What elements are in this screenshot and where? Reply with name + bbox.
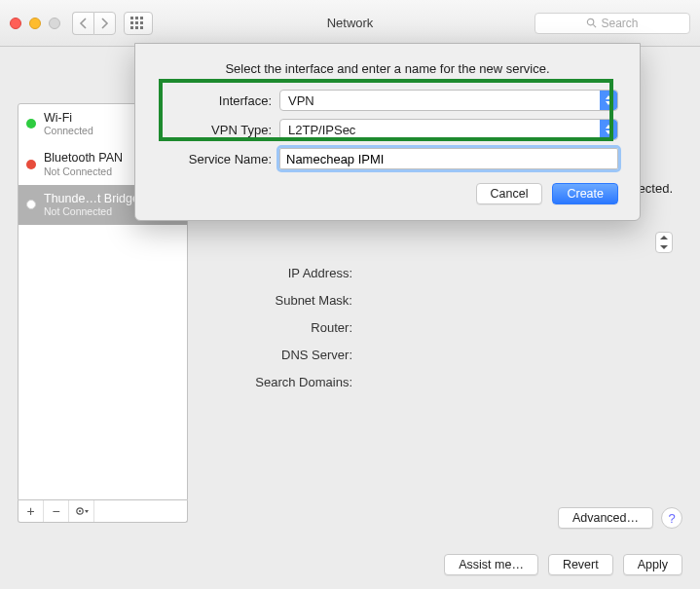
interface-popup[interactable]: VPN xyxy=(279,90,618,111)
svg-rect-0 xyxy=(130,17,133,19)
service-name-input[interactable] xyxy=(279,148,618,169)
vpn-type-value: L2TP/IPSec xyxy=(288,123,355,137)
zoom-window-button[interactable] xyxy=(49,18,60,29)
window-controls xyxy=(10,18,60,29)
interface-value: VPN xyxy=(288,93,314,108)
cancel-button[interactable]: Cancel xyxy=(476,183,543,204)
svg-line-10 xyxy=(594,24,597,27)
service-options-button[interactable] xyxy=(69,500,94,522)
forward-button[interactable] xyxy=(93,12,116,35)
sidebar-item-name: Thunde…t Bridge xyxy=(44,192,139,205)
sheet-title: Select the interface and enter a name fo… xyxy=(157,61,618,76)
svg-rect-6 xyxy=(130,26,133,29)
sheet-buttons: Cancel Create xyxy=(157,183,618,204)
advanced-button[interactable]: Advanced… xyxy=(558,507,653,529)
label-vpn-type: VPN Type: xyxy=(157,123,272,137)
sidebar-item-status: Connected xyxy=(44,125,93,136)
row-ip-address: IP Address: xyxy=(202,259,682,286)
new-service-sheet: Select the interface and enter a name fo… xyxy=(134,43,641,221)
sidebar-item-name: Bluetooth PAN xyxy=(44,151,123,165)
minimize-window-button[interactable] xyxy=(29,18,41,29)
label-service-name: Service Name: xyxy=(157,152,272,166)
row-search-domains: Search Domains: xyxy=(202,368,682,395)
svg-point-9 xyxy=(588,18,594,24)
row-dns-server: DNS Server: xyxy=(202,341,682,368)
row-interface: Interface: VPN xyxy=(157,90,618,111)
chevron-right-icon xyxy=(100,18,109,29)
sidebar-footer: + − xyxy=(18,500,188,523)
status-dot-icon xyxy=(26,119,36,129)
stepper[interactable] xyxy=(655,232,673,253)
label-ip-address: IP Address: xyxy=(202,266,352,280)
svg-rect-3 xyxy=(130,21,133,24)
apply-button[interactable]: Apply xyxy=(623,554,682,575)
row-vpn-type: VPN Type: L2TP/IPSec xyxy=(157,119,618,140)
sidebar-item-status: Not Connected xyxy=(44,166,123,177)
label-interface: Interface: xyxy=(157,93,272,108)
svg-rect-7 xyxy=(135,26,138,29)
chevron-updown-icon xyxy=(600,120,617,139)
remove-service-button[interactable]: − xyxy=(44,500,69,522)
show-all-button[interactable] xyxy=(124,12,153,35)
svg-rect-1 xyxy=(135,17,138,19)
footer: Assist me… Revert Apply xyxy=(0,540,700,589)
search-input[interactable]: Search xyxy=(534,13,690,34)
gear-icon xyxy=(74,505,90,517)
back-button[interactable] xyxy=(72,12,93,35)
svg-rect-2 xyxy=(140,17,143,19)
advanced-row: Advanced… ? xyxy=(558,507,682,529)
chevron-left-icon xyxy=(79,18,88,29)
label-search-domains: Search Domains: xyxy=(202,375,352,389)
label-subnet-mask: Subnet Mask: xyxy=(202,293,352,308)
location-stepper-wrap xyxy=(655,232,673,253)
row-service-name: Service Name: xyxy=(157,148,618,169)
close-window-button[interactable] xyxy=(10,18,21,29)
label-dns-server: DNS Server: xyxy=(202,348,352,362)
property-rows: IP Address: Subnet Mask: Router: DNS Ser… xyxy=(202,259,682,395)
vpn-type-popup[interactable]: L2TP/IPSec xyxy=(279,119,618,140)
create-button[interactable]: Create xyxy=(552,183,618,204)
help-button[interactable]: ? xyxy=(661,507,682,529)
svg-point-12 xyxy=(78,510,80,512)
status-dot-icon xyxy=(26,200,36,209)
toolbar: Network Search xyxy=(0,0,700,47)
add-service-button[interactable]: + xyxy=(18,500,44,522)
nav-segment xyxy=(72,12,116,35)
search-placeholder: Search xyxy=(601,17,638,30)
status-dot-icon xyxy=(26,160,36,169)
sidebar-item-name: Wi-Fi xyxy=(44,111,93,125)
search-icon xyxy=(586,18,597,28)
sidebar-item-text: Wi-Fi Connected xyxy=(44,111,93,136)
label-router: Router: xyxy=(202,320,352,335)
grid-icon xyxy=(130,17,146,30)
svg-rect-4 xyxy=(135,21,138,24)
chevron-updown-icon xyxy=(600,91,617,110)
svg-rect-8 xyxy=(140,26,143,29)
assist-me-button[interactable]: Assist me… xyxy=(444,554,538,575)
sidebar-item-text: Bluetooth PAN Not Connected xyxy=(44,151,123,176)
sidebar-item-status: Not Connected xyxy=(44,205,139,217)
svg-rect-5 xyxy=(140,21,143,24)
sidebar-item-text: Thunde…t Bridge Not Connected xyxy=(44,192,139,217)
search-wrap: Search xyxy=(534,13,690,34)
revert-button[interactable]: Revert xyxy=(548,554,613,575)
row-router: Router: xyxy=(202,313,682,341)
row-subnet-mask: Subnet Mask: xyxy=(202,286,682,313)
